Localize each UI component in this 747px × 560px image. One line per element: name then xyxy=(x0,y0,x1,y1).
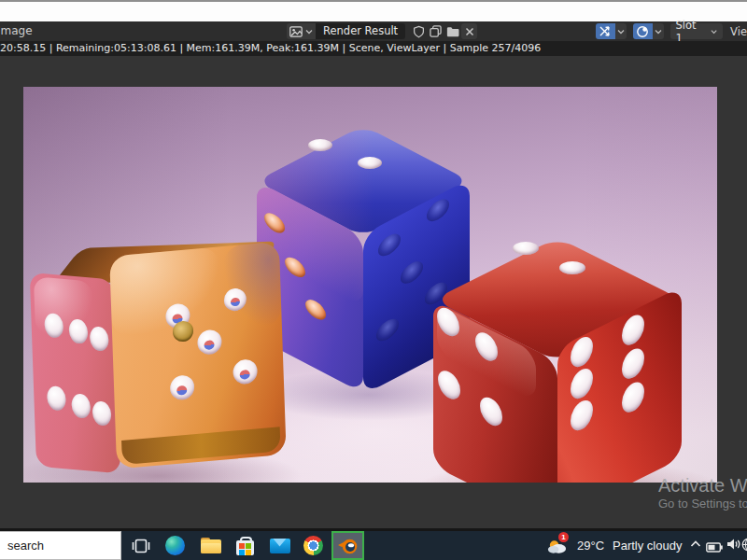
die-pip xyxy=(71,393,91,419)
die-pip xyxy=(571,396,593,435)
die-pip xyxy=(197,329,222,355)
blender-active-app-button[interactable] xyxy=(331,531,364,560)
activate-windows-watermark: Activate Windows xyxy=(658,475,747,497)
die-pip xyxy=(44,313,63,339)
new-image-button[interactable] xyxy=(428,23,444,39)
weather-notification-badge: 1 xyxy=(558,532,569,542)
chevron-down-icon xyxy=(655,29,662,35)
die-orange-front-face xyxy=(109,242,287,469)
die-pip xyxy=(559,261,585,274)
die-pip xyxy=(173,320,194,343)
chevron-down-icon xyxy=(711,29,717,35)
edge-icon xyxy=(165,536,185,555)
die-pip xyxy=(622,311,644,350)
activate-windows-subtext: Go to Settings to activate Windows. xyxy=(658,497,747,511)
blender-image-editor-header: Image Render Result xyxy=(0,21,747,41)
die-pip xyxy=(571,364,593,403)
unlink-image-button[interactable] xyxy=(461,23,477,39)
die-pip xyxy=(68,318,88,344)
chrome-button[interactable] xyxy=(303,535,324,556)
die-pip xyxy=(223,287,247,312)
render-result-image xyxy=(23,87,717,483)
file-explorer-button[interactable] xyxy=(200,535,221,556)
open-image-button[interactable] xyxy=(444,23,460,39)
image-type-button[interactable] xyxy=(287,23,316,39)
image-menu[interactable]: Image xyxy=(0,24,36,37)
die-pip xyxy=(378,230,401,259)
overlays-toggle-button[interactable] xyxy=(633,23,653,39)
background-window-band xyxy=(0,2,747,21)
battery-icon xyxy=(706,542,723,553)
chevron-down-icon xyxy=(305,29,313,35)
die-pip xyxy=(47,385,66,412)
die-pip xyxy=(305,296,326,323)
file-explorer-icon xyxy=(201,538,221,553)
weather-temperature[interactable]: 29°C xyxy=(577,531,604,560)
screen: Image Render Result xyxy=(0,0,747,560)
overlay-sphere-icon xyxy=(636,25,649,38)
die-pip xyxy=(622,378,644,417)
tray-show-hidden-icons-button[interactable] xyxy=(689,538,702,554)
gizmos-dropdown[interactable] xyxy=(615,23,627,39)
duplicate-icon xyxy=(430,25,442,37)
mail-icon xyxy=(270,539,290,553)
die-pip xyxy=(622,344,644,384)
microsoft-store-button[interactable] xyxy=(234,535,256,556)
folder-icon xyxy=(446,26,459,37)
taskbar-search-input[interactable] xyxy=(0,531,121,560)
die-pip xyxy=(427,195,449,225)
image-icon xyxy=(289,26,303,37)
windows-taskbar: 1 29°C Partly cloudy xyxy=(0,531,747,560)
die-pip xyxy=(90,326,109,352)
task-view-button[interactable] xyxy=(130,535,151,556)
render-result-name[interactable]: Render Result xyxy=(316,23,405,39)
battery-tray-button[interactable] xyxy=(706,539,723,556)
die-pip xyxy=(513,242,539,255)
chevron-down-icon xyxy=(617,29,625,35)
slot-select[interactable]: Slot 1 xyxy=(670,23,724,39)
store-icon xyxy=(236,540,254,555)
volume-tray-button[interactable] xyxy=(726,538,741,554)
die-pip xyxy=(170,374,195,400)
die-pip xyxy=(285,254,305,281)
image-editor-canvas[interactable]: Activate Windows Go to Settings to activ… xyxy=(0,56,747,528)
network-tray-button[interactable] xyxy=(741,538,747,555)
gizmos-toggle-button[interactable] xyxy=(596,23,615,39)
mail-button[interactable] xyxy=(269,535,290,556)
die-pip xyxy=(92,400,112,427)
shield-icon xyxy=(413,25,425,38)
viewlayer-select[interactable]: ViewLayer xyxy=(730,25,747,38)
speaker-icon xyxy=(726,538,741,551)
task-view-icon xyxy=(132,538,150,554)
die-orange-left-face xyxy=(30,273,121,474)
weather-tray-button[interactable]: 1 xyxy=(546,535,568,556)
chrome-icon xyxy=(303,536,323,555)
die-pip xyxy=(233,358,258,385)
die-pip xyxy=(376,315,399,344)
overlays-dropdown[interactable] xyxy=(653,23,664,39)
chevron-up-icon xyxy=(689,538,702,551)
die-orange xyxy=(29,239,287,476)
image-datablock-widget: Render Result xyxy=(287,23,478,39)
close-icon xyxy=(465,27,474,36)
die-pip xyxy=(438,366,460,403)
weather-condition[interactable]: Partly cloudy xyxy=(613,531,682,560)
die-pip xyxy=(358,157,382,169)
die-pip xyxy=(480,393,502,430)
header-right-controls: Slot 1 ViewLayer xyxy=(596,23,747,39)
edge-taskbar-button[interactable] xyxy=(164,535,186,556)
die-red xyxy=(419,227,696,483)
fake-user-button[interactable] xyxy=(411,23,427,39)
die-pip xyxy=(308,139,332,151)
die-pip xyxy=(264,209,285,236)
gizmo-arrows-icon xyxy=(599,25,612,37)
render-status-bar: 20:58.15 | Remaining:05:13:08.61 | Mem:1… xyxy=(0,41,747,56)
die-pip xyxy=(475,328,498,365)
globe-icon xyxy=(741,538,747,552)
blender-icon xyxy=(337,536,359,556)
